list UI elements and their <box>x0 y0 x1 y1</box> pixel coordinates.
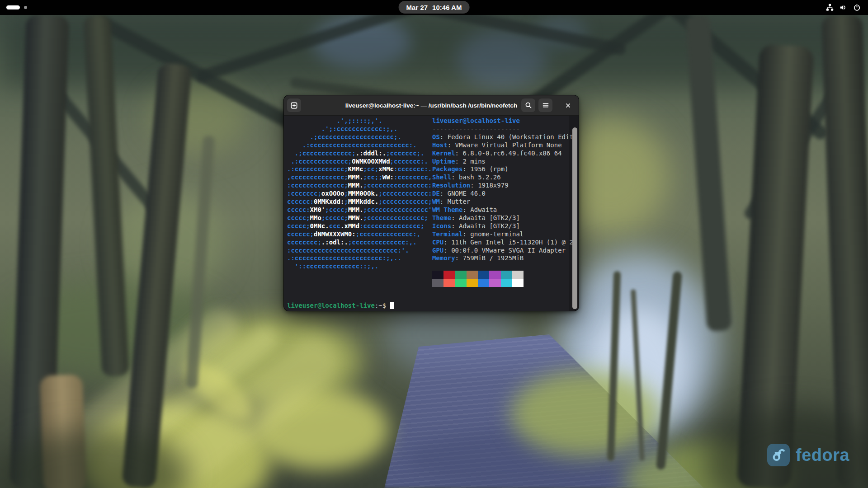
palette-color-block <box>432 271 443 279</box>
palette-color-block <box>512 279 524 287</box>
shell-prompt: liveuser@localhost-live:~$ <box>287 302 394 310</box>
window-title: liveuser@localhost-live:~ — /usr/bin/bas… <box>345 102 517 109</box>
palette-color-block <box>432 279 443 287</box>
palette-color-block <box>501 279 512 287</box>
prompt-symbol: $ <box>382 302 386 309</box>
clock-button[interactable]: Mar 27 10:46 AM <box>399 1 470 14</box>
palette-color-block <box>443 271 455 279</box>
workspace-active-pill <box>6 5 20 9</box>
volume-icon <box>840 4 847 11</box>
close-button[interactable] <box>561 99 575 112</box>
palette-color-block <box>467 279 478 287</box>
menu-button[interactable] <box>538 99 552 112</box>
terminal-headerbar[interactable]: liveuser@localhost-live:~ — /usr/bin/bas… <box>284 95 579 116</box>
terminal-window: liveuser@localhost-live:~ — /usr/bin/bas… <box>283 95 579 311</box>
desktop: fedora Mar 27 10:46 AM <box>0 0 868 488</box>
scrollbar-track[interactable] <box>569 116 579 311</box>
palette-color-block <box>478 271 489 279</box>
terminal-cursor <box>390 302 394 309</box>
palette-color-block <box>489 279 500 287</box>
new-tab-button[interactable] <box>287 99 301 112</box>
fedora-watermark-text: fedora <box>796 446 849 465</box>
palette-color-block <box>512 271 524 279</box>
search-button[interactable] <box>521 99 535 112</box>
scrollbar-thumb[interactable] <box>572 127 577 309</box>
palette-color-block <box>443 279 455 287</box>
fedora-logo-icon <box>767 444 790 466</box>
system-status-area[interactable] <box>826 0 861 15</box>
palette-color-block <box>501 271 512 279</box>
prompt-user-host: liveuser@localhost-live <box>287 302 375 309</box>
neofetch-info: liveuser@localhost-live-----------------… <box>432 117 577 287</box>
canopy-shadow <box>0 15 868 87</box>
fedora-watermark: fedora <box>767 444 849 466</box>
palette-color-block <box>467 271 478 279</box>
workspace-dot <box>24 6 27 9</box>
terminal-content[interactable]: .',;::::;,'. .';:cccccccccccc:;,. .;cccc… <box>284 116 579 311</box>
top-bar: Mar 27 10:46 AM <box>0 0 868 15</box>
terminal-color-palette <box>432 271 577 287</box>
power-icon <box>853 4 861 11</box>
clock-date: Mar 27 <box>406 4 428 11</box>
palette-color-block <box>455 271 467 279</box>
neofetch-ascii-logo: .',;::::;,'. .';:cccccccccccc:;,. .;cccc… <box>287 117 432 271</box>
workspace-indicator[interactable] <box>6 0 27 15</box>
clock-time: 10:46 AM <box>432 4 462 11</box>
palette-color-block <box>478 279 489 287</box>
palette-color-block <box>489 271 500 279</box>
prompt-path: ~ <box>378 302 382 309</box>
palette-color-block <box>455 279 467 287</box>
network-wired-icon <box>826 4 834 11</box>
